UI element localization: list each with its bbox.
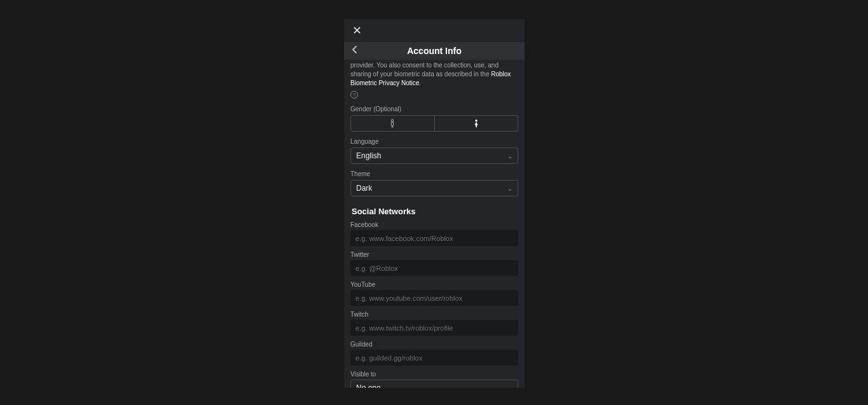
male-icon xyxy=(389,119,396,128)
back-icon[interactable] xyxy=(352,45,358,57)
twitch-label: Twitch xyxy=(350,311,518,318)
svg-point-1 xyxy=(475,120,478,122)
modal-topbar: ✕ xyxy=(344,19,525,42)
twitter-input[interactable] xyxy=(350,260,518,276)
social-networks-title: Social Networks xyxy=(350,207,518,216)
facebook-input[interactable] xyxy=(350,230,518,246)
notice-end: . xyxy=(419,79,421,86)
svg-point-0 xyxy=(392,120,394,122)
account-info-modal: ✕ Account Info provider. You also consen… xyxy=(344,19,525,388)
language-label: Language xyxy=(350,138,518,145)
visible-to-value: No one xyxy=(356,383,381,388)
gender-male-button[interactable] xyxy=(350,115,435,132)
guilded-input[interactable] xyxy=(350,350,518,366)
youtube-label: YouTube xyxy=(350,281,518,288)
gender-toggle xyxy=(350,115,518,132)
visible-to-label: Visible to xyxy=(350,371,518,378)
language-value: English xyxy=(356,151,381,160)
visible-to-select[interactable]: No one ⌄ xyxy=(350,380,518,388)
theme-value: Dark xyxy=(356,184,372,193)
modal-header: Account Info xyxy=(344,42,525,60)
content-scroll[interactable]: provider. You also consent to the collec… xyxy=(344,60,525,388)
youtube-input[interactable] xyxy=(350,290,518,306)
help-icon[interactable]: ? xyxy=(350,91,358,99)
guilded-label: Guilded xyxy=(350,341,518,348)
close-icon[interactable]: ✕ xyxy=(350,24,363,38)
facebook-label: Facebook xyxy=(350,221,518,228)
notice-text: provider. You also consent to the collec… xyxy=(350,62,499,78)
theme-select[interactable]: Dark ⌄ xyxy=(350,180,518,196)
chevron-down-icon: ⌄ xyxy=(507,185,513,192)
twitch-input[interactable] xyxy=(350,320,518,336)
gender-label: Gender (Optional) xyxy=(350,106,518,113)
gender-female-button[interactable] xyxy=(435,115,519,132)
language-select[interactable]: English ⌄ xyxy=(350,148,518,164)
page-title: Account Info xyxy=(344,46,525,56)
female-icon xyxy=(472,119,480,128)
biometric-notice: provider. You also consent to the collec… xyxy=(350,60,518,88)
theme-label: Theme xyxy=(350,170,518,177)
chevron-down-icon: ⌄ xyxy=(507,385,513,388)
twitter-label: Twitter xyxy=(350,251,518,258)
chevron-down-icon: ⌄ xyxy=(507,153,513,160)
